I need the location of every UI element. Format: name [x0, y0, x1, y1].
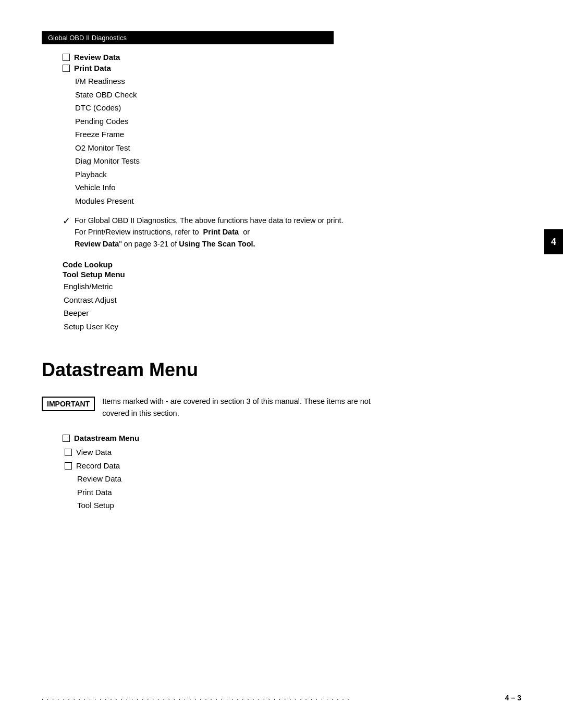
- list-item: I/M Readiness: [75, 75, 521, 88]
- checkbox-view-data: [65, 449, 72, 456]
- important-box: IMPORTANT: [42, 397, 95, 411]
- view-data-label: View Data: [76, 446, 112, 459]
- list-item: DTC (Codes): [75, 101, 521, 115]
- list-item: Print Data: [65, 486, 521, 499]
- list-item: English/Metric: [64, 280, 521, 293]
- list-item: Playback: [75, 168, 521, 181]
- checkbox-datastream: [63, 435, 70, 442]
- tab-marker: 4: [544, 229, 563, 254]
- datastream-sub-items: View Data Record Data Review Data Print …: [63, 446, 521, 512]
- record-data-label: Record Data: [76, 459, 120, 473]
- list-item: Review Data: [65, 472, 521, 486]
- review-data-item: Review Data: [63, 53, 521, 61]
- code-lookup-label: Code Lookup: [63, 260, 521, 269]
- menu-sub-items: I/M Readiness State OBD Check DTC (Codes…: [63, 75, 521, 207]
- important-text: Items marked with - are covered in secti…: [102, 396, 396, 419]
- list-item: Beeper: [64, 306, 521, 320]
- list-item: Freeze Frame: [75, 128, 521, 141]
- datastream-menu-section: Datastream Menu View Data Record Data Re…: [42, 434, 521, 512]
- datastream-menu-title: Datastream Menu: [42, 359, 521, 381]
- datastream-menu-heading: Datastream Menu: [63, 434, 521, 442]
- datastream-menu-label: Datastream Menu: [74, 434, 139, 442]
- footer-dots: . . . . . . . . . . . . . . . . . . . . …: [42, 695, 497, 701]
- list-item: Contrast Adjust: [64, 293, 521, 307]
- list-item: Vehicle Info: [75, 181, 521, 194]
- note-section: ✓ For Global OBD II Diagnostics, The abo…: [42, 215, 354, 250]
- tool-section: Code Lookup Tool Setup Menu English/Metr…: [42, 260, 521, 333]
- header-bar: Global OBD II Diagnostics: [42, 31, 334, 44]
- page-container: 4 Global OBD II Diagnostics Review Data …: [0, 0, 563, 728]
- print-data-label: Print Data: [74, 64, 111, 72]
- list-item: View Data: [65, 446, 521, 459]
- list-item: State OBD Check: [75, 88, 521, 102]
- footer: . . . . . . . . . . . . . . . . . . . . …: [42, 694, 521, 702]
- list-item: Modules Present: [75, 194, 521, 208]
- checkbox-print-data: [63, 65, 70, 72]
- tool-sub-items: English/Metric Contrast Adjust Beeper Se…: [63, 280, 521, 333]
- checkbox-record-data: [65, 462, 72, 470]
- checkbox-review-data: [63, 54, 70, 61]
- review-data-label: Review Data: [74, 53, 120, 61]
- list-item: Record Data: [65, 459, 521, 473]
- print-data-item: Print Data: [63, 64, 521, 72]
- footer-page-number: 4 – 3: [505, 694, 521, 702]
- note-text: For Global OBD II Diagnostics, The above…: [75, 215, 354, 250]
- list-item: Diag Monitor Tests: [75, 154, 521, 168]
- menu-section: Review Data Print Data I/M Readiness Sta…: [42, 53, 521, 207]
- list-item: Setup User Key: [64, 320, 521, 334]
- list-item: O2 Monitor Test: [75, 141, 521, 155]
- list-item: Pending Codes: [75, 115, 521, 128]
- important-section: IMPORTANT Items marked with - are covere…: [42, 396, 396, 419]
- checkmark-icon: ✓: [63, 215, 70, 227]
- tool-setup-menu-label: Tool Setup Menu: [63, 270, 521, 279]
- list-item: Tool Setup: [65, 499, 521, 512]
